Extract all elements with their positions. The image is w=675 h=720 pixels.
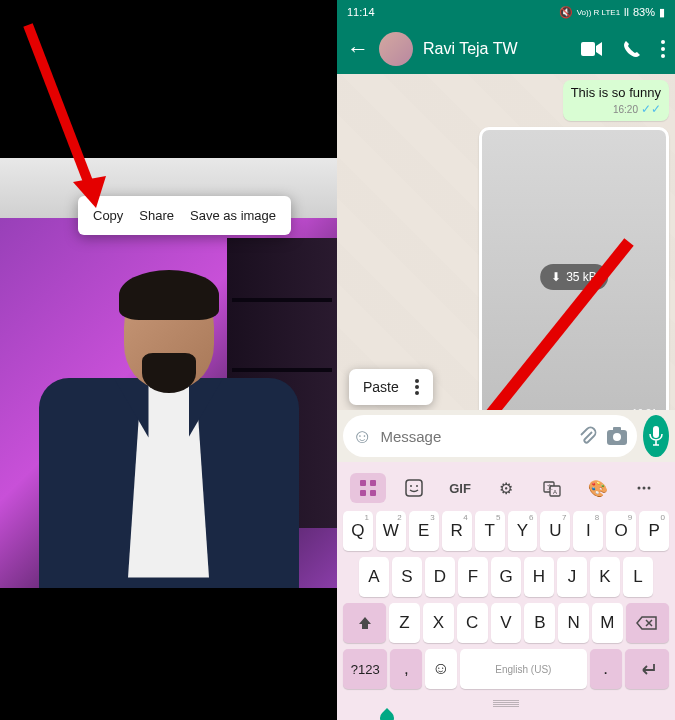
save-as-image-option[interactable]: Save as image xyxy=(190,208,276,223)
keyboard-row-2: ASDFGHJKL xyxy=(341,557,671,597)
key-e[interactable]: E3 xyxy=(409,511,439,551)
message-input-bar: ☺ xyxy=(337,410,675,462)
svg-rect-13 xyxy=(370,480,376,486)
key-i[interactable]: I8 xyxy=(573,511,603,551)
svg-rect-14 xyxy=(360,490,366,496)
key-a[interactable]: A xyxy=(359,557,389,597)
attach-icon[interactable] xyxy=(578,426,598,446)
keyboard-row-4: ?123 , ☺ English (US) . xyxy=(341,649,671,689)
file-size: 35 kB xyxy=(566,270,597,284)
comma-key[interactable]: , xyxy=(390,649,422,689)
battery-icon: ▮ xyxy=(659,6,665,19)
key-q[interactable]: Q1 xyxy=(343,511,373,551)
mic-button[interactable] xyxy=(643,415,669,457)
chat-header: ← Ravi Teja TW xyxy=(337,24,675,74)
image-time: 16:21 xyxy=(632,408,657,410)
key-w[interactable]: W2 xyxy=(376,511,406,551)
svg-point-3 xyxy=(661,40,665,44)
numbers-key[interactable]: ?123 xyxy=(343,649,387,689)
svg-point-18 xyxy=(416,485,418,487)
key-c[interactable]: C xyxy=(457,603,488,643)
kb-more-icon[interactable] xyxy=(626,473,662,503)
image-context-menu: Copy Share Save as image xyxy=(78,196,291,235)
svg-point-4 xyxy=(661,47,665,51)
key-b[interactable]: B xyxy=(524,603,555,643)
key-o[interactable]: O9 xyxy=(606,511,636,551)
key-r[interactable]: R4 xyxy=(442,511,472,551)
mute-icon: 🔇 xyxy=(559,6,573,19)
contact-name[interactable]: Ravi Teja TW xyxy=(423,40,571,58)
signal-icon: ll xyxy=(624,6,629,18)
svg-point-5 xyxy=(661,54,665,58)
keyboard-row-1: Q1W2E3R4T5Y6U7I8O9P0 xyxy=(341,511,671,551)
status-bar: 11:14 🔇 Vo)) R LTE1 ll 83% ▮ xyxy=(337,0,675,24)
space-key[interactable]: English (US) xyxy=(460,649,587,689)
key-y[interactable]: Y6 xyxy=(508,511,538,551)
svg-rect-16 xyxy=(406,480,422,496)
key-m[interactable]: M xyxy=(592,603,623,643)
keyboard: GIF ⚙ 文A 🎨 Q1W2E3R4T5Y6U7I8O9P0 ASDFGHJK… xyxy=(337,462,675,720)
kb-palette-icon[interactable]: 🎨 xyxy=(580,473,616,503)
key-k[interactable]: K xyxy=(590,557,620,597)
emoji-key[interactable]: ☺ xyxy=(425,649,457,689)
emoji-icon[interactable]: ☺ xyxy=(352,425,372,448)
kb-gif-button[interactable]: GIF xyxy=(442,473,478,503)
kb-grid-icon[interactable] xyxy=(350,473,386,503)
video-call-icon[interactable] xyxy=(581,41,603,57)
share-option[interactable]: Share xyxy=(139,208,174,223)
key-f[interactable]: F xyxy=(458,557,488,597)
kb-sticker-icon[interactable] xyxy=(396,473,432,503)
svg-rect-11 xyxy=(653,426,659,438)
key-s[interactable]: S xyxy=(392,557,422,597)
key-d[interactable]: D xyxy=(425,557,455,597)
kb-translate-icon[interactable]: 文A xyxy=(534,473,570,503)
key-n[interactable]: N xyxy=(558,603,589,643)
key-x[interactable]: X xyxy=(423,603,454,643)
key-p[interactable]: P0 xyxy=(639,511,669,551)
left-screenshot: Copy Share Save as image xyxy=(0,0,337,720)
svg-point-17 xyxy=(410,485,412,487)
avatar[interactable] xyxy=(379,32,413,66)
message-input[interactable] xyxy=(380,428,570,445)
message-input-box: ☺ xyxy=(343,415,637,457)
outgoing-text-message[interactable]: This is so funny 16:20 ✓✓ xyxy=(563,80,669,121)
svg-point-24 xyxy=(643,487,646,490)
key-h[interactable]: H xyxy=(524,557,554,597)
more-options-icon[interactable] xyxy=(415,379,419,395)
download-icon: ⬇ xyxy=(551,270,561,284)
download-badge[interactable]: ⬇ 35 kB xyxy=(540,264,608,290)
copy-option[interactable]: Copy xyxy=(93,208,123,223)
svg-rect-12 xyxy=(360,480,366,486)
key-j[interactable]: J xyxy=(557,557,587,597)
back-icon[interactable]: ← xyxy=(347,36,369,62)
outgoing-image-message[interactable]: ⬇ 35 kB 16:21 xyxy=(479,127,669,410)
keyboard-handle-icon[interactable] xyxy=(493,700,519,712)
key-t[interactable]: T5 xyxy=(475,511,505,551)
paste-option[interactable]: Paste xyxy=(363,379,399,395)
key-u[interactable]: U7 xyxy=(540,511,570,551)
whatsapp-screen: 11:14 🔇 Vo)) R LTE1 ll 83% ▮ ← Ravi Teja… xyxy=(337,0,675,720)
enter-key[interactable] xyxy=(625,649,669,689)
key-g[interactable]: G xyxy=(491,557,521,597)
status-time: 11:14 xyxy=(347,6,375,18)
paste-context-menu: Paste xyxy=(349,369,433,405)
key-z[interactable]: Z xyxy=(389,603,420,643)
keyboard-toolbar: GIF ⚙ 文A 🎨 xyxy=(341,467,671,511)
chat-area: This is so funny 16:20 ✓✓ ⬇ 35 kB 16:21 … xyxy=(337,74,675,410)
kb-settings-icon[interactable]: ⚙ xyxy=(488,473,524,503)
svg-rect-15 xyxy=(370,490,376,496)
message-time: 16:20 xyxy=(613,104,638,115)
more-icon[interactable] xyxy=(661,40,665,58)
period-key[interactable]: . xyxy=(590,649,622,689)
battery-label: 83% xyxy=(633,6,655,18)
voice-call-icon[interactable] xyxy=(623,40,641,58)
keyboard-row-3: ZXCVBNM xyxy=(341,603,671,643)
key-v[interactable]: V xyxy=(491,603,522,643)
svg-text:A: A xyxy=(553,489,557,495)
svg-rect-9 xyxy=(613,427,621,432)
shift-key[interactable] xyxy=(343,603,386,643)
key-l[interactable]: L xyxy=(623,557,653,597)
camera-icon[interactable] xyxy=(606,426,628,446)
svg-point-23 xyxy=(638,487,641,490)
backspace-key[interactable] xyxy=(626,603,669,643)
